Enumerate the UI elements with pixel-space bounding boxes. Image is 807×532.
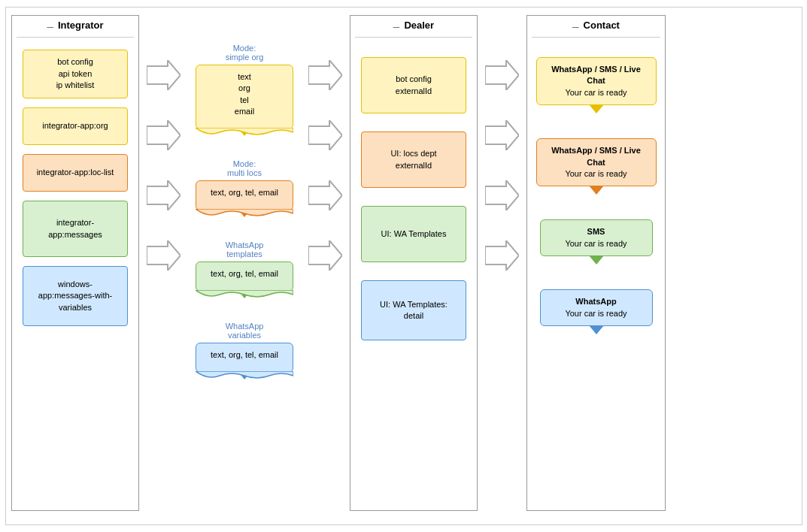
mode-section-2: Mode: multi locs text, org, tel, email — [187, 153, 303, 210]
svg-marker-2 — [147, 180, 181, 210]
integrator-panel: ─ Integrator bot config api token ip whi… — [11, 15, 139, 511]
integrator-column: ─ Integrator bot config api token ip whi… — [10, 15, 141, 511]
bubble-green: SMS Your car is ready — [540, 219, 653, 256]
integrator-title: Integrator — [58, 20, 104, 31]
mode-box-3: text, org, tel, email — [196, 261, 293, 292]
bubble-3-text: Your car is ready — [548, 238, 645, 249]
svg-marker-11 — [485, 240, 519, 271]
dealer-minus-icon: ─ — [393, 22, 400, 32]
dealer-box-2: UI: locs dept externalId — [361, 131, 466, 188]
dealer-column: ─ Dealer bot config externalId UI: locs … — [348, 15, 480, 511]
integrator-box-1: bot config api token ip whitelist — [23, 50, 128, 98]
mode-section-3: WhatsApp templates text, org, tel, email — [187, 234, 303, 292]
darrow-4 — [308, 225, 342, 286]
contact-bubble-3: SMS Your car is ready — [540, 219, 653, 256]
svg-marker-0 — [147, 60, 181, 90]
integrator-box-3: integrator-app:loc-list — [23, 154, 128, 192]
svg-marker-5 — [308, 120, 342, 150]
contact-header: ─ Contact — [532, 20, 660, 38]
svg-marker-9 — [485, 120, 519, 150]
diagram: ─ Integrator bot config api token ip whi… — [5, 7, 802, 525]
contact-bubble-1: WhatsApp / SMS / Live Chat Your car is r… — [536, 57, 657, 105]
carrow-3 — [485, 165, 519, 225]
bubble-4-text: Your car is ready — [548, 308, 645, 319]
arrow-4 — [147, 225, 181, 286]
integrator-box-5: windows- app:messages-with- variables — [23, 266, 128, 326]
mode-label-2: Mode: multi locs — [227, 159, 262, 177]
svg-marker-4 — [308, 60, 342, 90]
dealer-box-3: UI: WA Templates — [361, 206, 466, 262]
svg-marker-8 — [485, 60, 519, 90]
bubble-4-title: WhatsApp — [548, 296, 645, 307]
integrator-box-4: integrator- app:messages — [23, 201, 128, 257]
integrator-header: ─ Integrator — [17, 20, 134, 38]
modes-column: Mode: simple org text org tel email Mode… — [187, 15, 303, 377]
contact-bubble-4: WhatsApp Your car is ready — [540, 289, 653, 326]
integrator-box-2: integrator-app:org — [23, 107, 128, 145]
dealer-title: Dealer — [404, 20, 434, 31]
dealer-header: ─ Dealer — [355, 20, 472, 38]
svg-marker-6 — [308, 180, 342, 210]
darrow-2 — [308, 105, 342, 165]
mode-box-1: text org tel email — [196, 65, 293, 129]
arrows-col-2 — [303, 15, 348, 286]
bubble-2-title: WhatsApp / SMS / Live Chat — [545, 145, 648, 168]
svg-marker-1 — [147, 120, 181, 150]
bubble-orange: WhatsApp / SMS / Live Chat Your car is r… — [536, 138, 657, 186]
carrow-4 — [485, 225, 519, 286]
arrow-2 — [147, 105, 181, 165]
carrow-2 — [485, 105, 519, 165]
arrows-col-3 — [480, 15, 525, 286]
arrows-col-1 — [141, 15, 187, 286]
darrow-1 — [308, 45, 342, 105]
dealer-box-1: bot config externalId — [361, 57, 466, 113]
minus-icon: ─ — [47, 22, 53, 32]
mode-box-4: text, org, tel, email — [196, 343, 293, 373]
contact-minus-icon: ─ — [572, 22, 579, 32]
contact-panel: ─ Contact WhatsApp / SMS / Live Chat You… — [526, 15, 666, 511]
carrow-1 — [485, 45, 519, 105]
bubble-yellow: WhatsApp / SMS / Live Chat Your car is r… — [536, 57, 657, 105]
arrow-3 — [147, 165, 181, 225]
mode-label-4: WhatsApp variables — [226, 322, 264, 340]
dealer-box-4: UI: WA Templates: detail — [361, 280, 466, 340]
dealer-panel: ─ Dealer bot config externalId UI: locs … — [350, 15, 478, 511]
mode-box-2: text, org, tel, email — [196, 180, 293, 210]
svg-marker-7 — [308, 240, 342, 271]
contact-bubble-2: WhatsApp / SMS / Live Chat Your car is r… — [536, 138, 657, 186]
mode-section-1: Mode: simple org text org tel email — [187, 38, 303, 129]
bubble-3-title: SMS — [548, 226, 645, 237]
contact-title: Contact — [584, 20, 620, 31]
bubble-1-title: WhatsApp / SMS / Live Chat — [545, 64, 648, 87]
bubble-blue: WhatsApp Your car is ready — [540, 289, 653, 326]
mode-label-1: Mode: simple org — [226, 44, 264, 62]
svg-marker-10 — [485, 180, 519, 210]
mode-section-4: WhatsApp variables text, org, tel, email — [187, 316, 303, 373]
bubble-2-text: Your car is ready — [545, 168, 648, 180]
bubble-1-text: Your car is ready — [545, 87, 648, 98]
arrow-1 — [147, 45, 181, 105]
mode-label-3: WhatsApp templates — [226, 240, 264, 258]
darrow-3 — [308, 165, 342, 225]
svg-marker-3 — [147, 240, 181, 271]
contact-column: ─ Contact WhatsApp / SMS / Live Chat You… — [525, 15, 668, 511]
